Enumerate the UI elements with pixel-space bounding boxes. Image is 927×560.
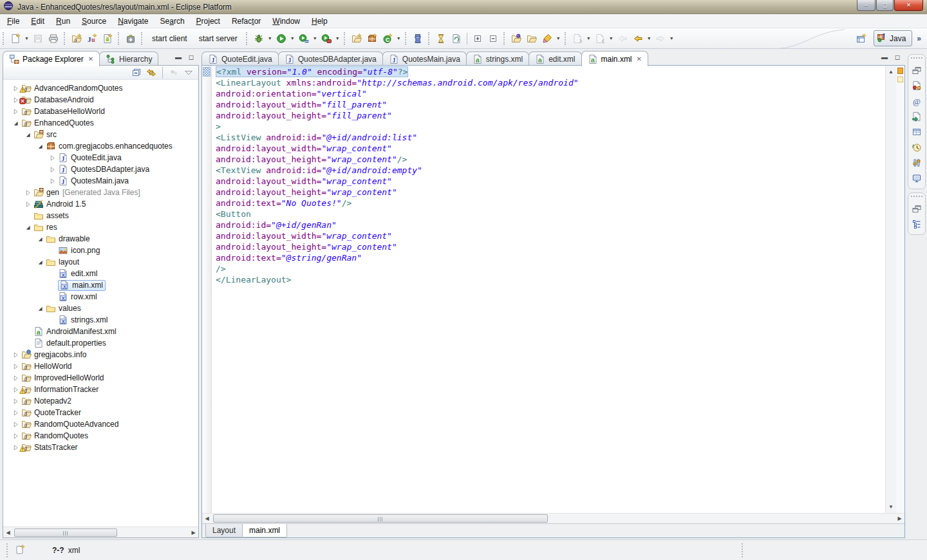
forward-icon[interactable] [653, 31, 668, 46]
next-annotation-dropdown-icon[interactable]: ▼ [585, 31, 592, 46]
fast-view-icon[interactable] [15, 545, 26, 556]
expand-icon[interactable] [12, 375, 19, 382]
menu-search[interactable]: Search [154, 15, 191, 28]
maximize-window-icon[interactable]: ◻ [876, 0, 894, 11]
tree-item-helloworld[interactable]: JHelloWorld [3, 360, 198, 372]
explorer-hscrollbar[interactable]: ◀ ▶ [3, 527, 198, 537]
menu-source[interactable]: Source [76, 15, 112, 28]
menu-navigate[interactable]: Navigate [112, 15, 154, 28]
new-wizard-dropdown-icon[interactable]: ▼ [23, 31, 30, 46]
tree-item-advancedrandomquotes[interactable]: JAdvancedRandomQuotes [3, 82, 198, 94]
run-history-icon[interactable] [296, 31, 312, 46]
menu-file[interactable]: File [1, 15, 25, 28]
scroll-up-icon[interactable]: ▲ [886, 67, 896, 77]
collapse-icon[interactable] [37, 305, 44, 312]
tree-item-notepadv2[interactable]: JNotepadv2 [3, 395, 198, 407]
view-tab-hierarchy[interactable]: Hierarchy [99, 51, 158, 66]
new-package-icon[interactable] [364, 31, 380, 46]
tree-item-randomquotes[interactable]: JRandomQuotes [3, 430, 198, 442]
scroll-left-icon[interactable]: ◀ [202, 514, 212, 523]
new-project-folder-icon[interactable] [349, 31, 364, 46]
tree-item-icon-png[interactable]: icon.png [3, 245, 198, 256]
restore-views-icon[interactable] [910, 62, 924, 78]
jar-icon[interactable] [410, 31, 426, 46]
open-task-icon[interactable] [509, 31, 524, 46]
maximize-editor-icon[interactable]: ◻ [892, 53, 903, 62]
expand-icon[interactable] [49, 178, 56, 185]
maximize-view-icon[interactable]: ◻ [186, 53, 196, 62]
expand-icon[interactable] [12, 433, 19, 440]
tree-item-gen[interactable]: gen[Generated Java Files] [3, 187, 198, 198]
tree-item-randomquoteadvanced[interactable]: JRandomQuoteAdvanced [3, 418, 198, 430]
menu-project[interactable]: Project [191, 15, 226, 28]
open-type-icon[interactable] [433, 31, 449, 46]
debug-dropdown-icon[interactable]: ▼ [267, 31, 274, 46]
collapse-icon[interactable] [37, 259, 44, 266]
task-list-icon[interactable] [910, 78, 924, 93]
editor-tab-edit-xml[interactable]: aedit.xml [529, 51, 581, 66]
collapse-icon[interactable] [37, 143, 44, 150]
expand-icon[interactable] [24, 189, 32, 196]
collapse-icon[interactable] [37, 236, 44, 243]
minimize-editor-icon[interactable]: ▬ [879, 53, 890, 62]
run-history-dropdown-icon[interactable]: ▼ [312, 31, 319, 46]
collapse-icon[interactable] [12, 120, 19, 127]
search-references-icon[interactable] [449, 31, 464, 46]
menu-run[interactable]: Run [50, 15, 76, 28]
focus-icon[interactable] [167, 66, 180, 79]
perspective-button-java[interactable]: J Java [874, 30, 912, 46]
javadoc-icon[interactable]: @ [910, 93, 924, 109]
expand-icon[interactable] [49, 154, 56, 162]
tree-item-src[interactable]: src [3, 129, 198, 140]
start-client-button[interactable]: start client [146, 34, 193, 43]
expand-icon[interactable] [12, 421, 19, 428]
back-icon[interactable] [630, 31, 646, 46]
tree-item-strings-xml[interactable]: Xstrings.xml [3, 314, 198, 326]
scroll-right-icon[interactable]: ▶ [895, 514, 904, 523]
view-menu-icon[interactable] [182, 66, 195, 79]
collapse-all-icon[interactable] [130, 66, 143, 79]
expand-icon[interactable] [12, 444, 19, 451]
declaration-icon[interactable] [910, 109, 924, 124]
close-tab-icon[interactable]: ✕ [88, 55, 93, 62]
run-external-icon[interactable] [319, 31, 334, 46]
run-external-dropdown-icon[interactable]: ▼ [334, 31, 341, 46]
collapse-icon[interactable] [24, 224, 32, 231]
scroll-down-icon[interactable]: ▼ [886, 502, 896, 512]
tree-item-gregjacobs-info[interactable]: gregjacobs.info [3, 349, 198, 360]
minimize-window-icon[interactable]: – [857, 0, 876, 11]
collapse-icon[interactable] [24, 131, 32, 138]
tree-item-enhancedquotes[interactable]: JEnhancedQuotes [3, 117, 198, 129]
run-dropdown-icon[interactable]: ▼ [289, 31, 296, 46]
expand-icon[interactable] [12, 97, 19, 104]
tree-item-layout[interactable]: layout [3, 256, 198, 268]
tree-item-res[interactable]: res [3, 221, 198, 233]
close-tab-icon[interactable]: ✕ [637, 55, 642, 62]
tree-item-row-xml[interactable]: Xrow.xml [3, 291, 198, 303]
expand-icon[interactable] [24, 201, 32, 208]
back-dropdown-icon[interactable]: ▼ [646, 31, 653, 46]
tree-item-quotesmain-java[interactable]: JQuotesMain.java [3, 175, 198, 187]
expand-icon[interactable] [12, 398, 19, 405]
menu-help[interactable]: Help [306, 15, 333, 28]
close-window-icon[interactable]: ✕ [894, 0, 923, 11]
tree-item-assets[interactable]: assets [3, 210, 198, 221]
run-icon[interactable] [274, 31, 289, 46]
scroll-right-icon[interactable]: ▶ [189, 528, 198, 537]
editor-vscrollbar[interactable]: ▲ ▼ [885, 66, 896, 513]
tree-item-drawable[interactable]: drawable [3, 233, 198, 245]
tree-item-androidmanifest-xml[interactable]: aAndroidManifest.xml [3, 326, 198, 337]
expand-all-icon[interactable] [470, 31, 485, 46]
last-edit-location-icon[interactable] [615, 31, 630, 46]
scroll-left-icon[interactable]: ◀ [3, 528, 13, 537]
editor-tab-quotesdbadapter-java[interactable]: JQuotesDBAdapter.java [278, 51, 383, 66]
expand-icon[interactable] [12, 386, 19, 393]
scrollbar-thumb[interactable] [14, 528, 117, 537]
tree-item-quotetracker[interactable]: JQuoteTracker [3, 407, 198, 418]
tree-item-informationtracker[interactable]: JInformationTracker [3, 384, 198, 395]
print-icon[interactable] [46, 31, 61, 46]
menu-window[interactable]: Window [267, 15, 306, 28]
drag-handle[interactable] [911, 196, 922, 199]
open-resource-icon[interactable] [524, 31, 539, 46]
new-wizard-icon[interactable] [8, 31, 23, 46]
